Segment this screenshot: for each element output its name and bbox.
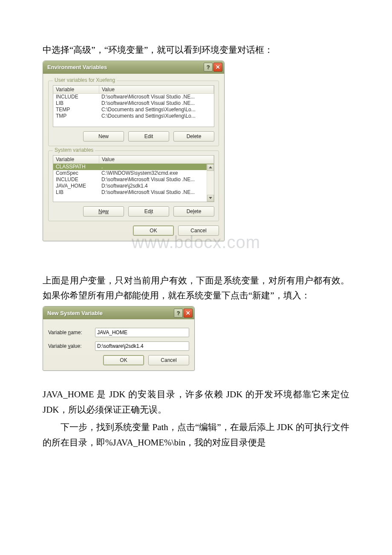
cell-val: C:\Documents and Settings\Xuefeng\Lo... xyxy=(99,113,214,119)
system-variables-list[interactable]: Variable Value CLASSPATH. ComSpecC:\WIND… xyxy=(53,155,214,202)
variable-name-input[interactable] xyxy=(95,328,189,337)
system-variables-legend: System variables xyxy=(53,147,95,153)
list-header: Variable Value xyxy=(53,156,214,164)
cell-val: D:\software\j2sdk1.4 xyxy=(99,183,214,189)
system-edit-button[interactable]: Edit xyxy=(128,206,169,217)
cell-var: TEMP xyxy=(53,107,99,113)
table-row[interactable]: TEMPC:\Documents and Settings\Xuefeng\Lo… xyxy=(53,107,214,113)
variable-value-label: Variable value: xyxy=(48,343,95,349)
list-header: Variable Value xyxy=(53,86,214,94)
cancel-button[interactable]: Cancel xyxy=(178,225,219,236)
cell-var: LIB xyxy=(53,189,99,195)
table-row[interactable]: INCLUDED:\software\Microsoft Visual Stud… xyxy=(53,94,214,100)
user-edit-button[interactable]: Edit xyxy=(128,131,169,142)
table-row[interactable]: ComSpecC:\WINDOWS\system32\cmd.exe xyxy=(53,170,214,176)
list-rows: INCLUDED:\software\Microsoft Visual Stud… xyxy=(53,94,214,119)
dialog-title: New System Variable xyxy=(47,310,173,316)
dialog-titlebar[interactable]: New System Variable ? ✕ xyxy=(43,306,194,319)
cell-val: C:\Documents and Settings\Xuefeng\Lo... xyxy=(99,107,214,113)
table-row[interactable]: LIBD:\software\Microsoft Visual Studio .… xyxy=(53,189,214,196)
variable-value-input[interactable] xyxy=(95,341,189,351)
table-row[interactable]: LIBD:\software\Microsoft Visual Studio .… xyxy=(53,100,214,107)
table-row[interactable]: CLASSPATH. xyxy=(53,164,214,170)
close-button[interactable]: ✕ xyxy=(213,63,222,72)
cell-val: . xyxy=(99,164,214,170)
chevron-down-icon xyxy=(209,197,212,199)
column-variable[interactable]: Variable xyxy=(53,86,99,93)
cell-var: INCLUDE xyxy=(53,176,99,182)
paragraph-3: JAVA_HOME 是 JDK 的安装目录，许多依赖 JDK 的开发环境都靠它来… xyxy=(43,387,349,417)
user-delete-button[interactable]: Delete xyxy=(173,131,214,142)
chevron-up-icon xyxy=(209,166,212,168)
column-value[interactable]: Value xyxy=(99,156,214,163)
system-delete-button[interactable]: Delete xyxy=(173,206,214,217)
cell-val: D:\software\Microsoft Visual Studio .NE.… xyxy=(99,94,214,100)
close-button[interactable]: ✕ xyxy=(184,309,193,318)
help-button[interactable]: ? xyxy=(204,63,213,72)
column-value[interactable]: Value xyxy=(99,86,214,93)
scroll-down-button[interactable] xyxy=(207,195,214,202)
environment-variables-dialog: Environment Variables ? ✕ User variables… xyxy=(43,61,225,241)
user-new-button[interactable]: New xyxy=(83,131,124,142)
paragraph-2: 上面是用户变量，只对当前用户有效，下面是系统变量，对所有用户都有效。如果你希望所… xyxy=(43,273,349,304)
cell-var: ComSpec xyxy=(53,170,99,176)
close-icon: ✕ xyxy=(186,310,190,316)
cell-val: D:\software\Microsoft Visual Studio .NE.… xyxy=(99,189,214,195)
scrollbar[interactable] xyxy=(207,164,214,202)
help-button[interactable]: ? xyxy=(174,309,183,318)
table-row[interactable]: INCLUDED:\software\Microsoft Visual Stud… xyxy=(53,176,214,183)
system-new-button[interactable]: New xyxy=(83,206,124,217)
new-system-variable-dialog: New System Variable ? ✕ Variable name: V… xyxy=(43,306,195,371)
dialog-title: Environment Variables xyxy=(47,64,203,70)
list-rows: CLASSPATH. ComSpecC:\WINDOWS\system32\cm… xyxy=(53,164,214,196)
help-icon: ? xyxy=(207,64,210,70)
ok-button[interactable]: OK xyxy=(133,225,174,236)
paragraph-4: 下一步，找到系统变量 Path，点击“编辑”，在最后添上 JDK 的可执行文件的… xyxy=(43,420,349,450)
user-variables-group: User variables for Xuefeng Variable Valu… xyxy=(48,81,219,146)
cell-var: CLASSPATH xyxy=(53,164,99,170)
column-variable[interactable]: Variable xyxy=(53,156,99,163)
cell-val: D:\software\Microsoft Visual Studio .NE.… xyxy=(99,100,214,106)
variable-name-label: Variable name: xyxy=(48,330,95,335)
help-icon: ? xyxy=(177,310,180,316)
table-row[interactable]: TMPC:\Documents and Settings\Xuefeng\Lo.… xyxy=(53,113,214,119)
cell-val: D:\software\Microsoft Visual Studio .NE.… xyxy=(99,176,214,182)
cell-var: LIB xyxy=(53,100,99,106)
close-icon: ✕ xyxy=(216,64,220,70)
dialog-titlebar[interactable]: Environment Variables ? ✕ xyxy=(43,61,224,74)
paragraph-1: 中选择“高级”，“环境变量”，就可以看到环境变量对话框： xyxy=(43,43,349,58)
scroll-up-button[interactable] xyxy=(207,164,214,171)
cell-var: TMP xyxy=(53,113,99,119)
user-variables-legend: User variables for Xuefeng xyxy=(53,77,117,83)
table-row[interactable]: JAVA_HOMED:\software\j2sdk1.4 xyxy=(53,183,214,189)
system-variables-group: System variables Variable Value CLASSPAT… xyxy=(48,150,219,221)
cancel-button[interactable]: Cancel xyxy=(148,355,189,365)
user-variables-list[interactable]: Variable Value INCLUDED:\software\Micros… xyxy=(53,85,214,127)
cell-val: C:\WINDOWS\system32\cmd.exe xyxy=(99,170,214,176)
ok-button[interactable]: OK xyxy=(103,355,144,365)
cell-var: JAVA_HOME xyxy=(53,183,99,189)
cell-var: INCLUDE xyxy=(53,94,99,100)
